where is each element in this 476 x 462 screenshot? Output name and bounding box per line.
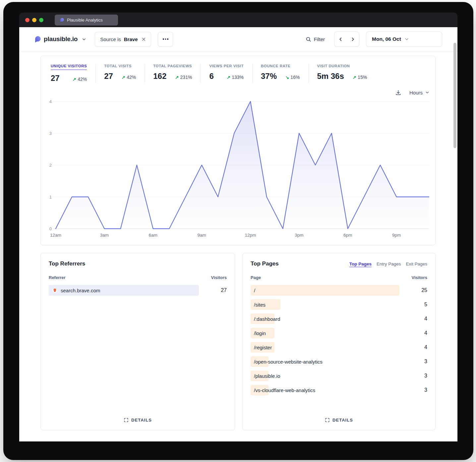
stat-change: ↗15% [353,75,367,80]
stat-label: VISIT DURATION [317,64,367,68]
traffic-lights [25,18,43,22]
pages-column-headers: Page Visitors [251,275,427,280]
plausible-logo-icon [33,35,41,43]
arrow-up-right-icon: ↗ [353,75,356,80]
browser-tab[interactable]: Plausible Analytics [55,15,118,26]
arrow-up-right-icon: ↗ [227,75,230,80]
top-stats-row: UNIQUE VISITORS27↗42%TOTAL VISITS27↗42%T… [41,56,435,87]
next-period-button[interactable] [347,32,359,46]
stat-views-per-visit[interactable]: VIEWS PER VISIT6↗133% [201,64,252,83]
pages-tabs: Top PagesEntry PagesExit Pages [349,261,427,266]
top-referrers-card: Top Referrers Referrer Visitors search.b… [40,253,235,430]
expand-icon [325,418,330,423]
brave-favicon [52,288,58,293]
stat-value: 162 [153,72,166,81]
filter-chip-prefix: Source is [100,36,121,42]
row-label-text: /open-source-website-analytics [254,359,323,365]
row-link[interactable]: /:dashboard [251,314,427,324]
row-label-text: /login [254,330,266,336]
vertical-scrollbar-thumb[interactable] [453,43,456,148]
zoom-window-button[interactable] [39,18,43,22]
referrer-rows: search.brave.com27 [49,285,227,299]
arrow-up-right-icon: ↗ [122,75,125,80]
stat-visit-duration[interactable]: VISIT DURATION5m 36s↗15% [308,64,376,83]
x-axis-tick-label: 12pm [245,233,256,238]
x-axis-tick-label: 6am [149,233,157,238]
stat-change-value: 16% [290,75,300,80]
stat-value: 37% [261,72,277,81]
stat-change-value: 15% [358,75,367,80]
more-filters-button[interactable] [158,32,173,47]
filter-chip-source[interactable]: Source is Brave [95,32,151,47]
minimize-window-button[interactable] [32,18,36,22]
stat-change-value: 42% [78,77,87,82]
breakdown-row: /open-source-website-analytics3 [251,356,427,367]
browser-tab-title: Plausible Analytics [67,18,103,23]
stat-value: 27 [104,72,113,81]
stat-total-visits[interactable]: TOTAL VISITS27↗42% [95,64,145,83]
row-link[interactable]: / [251,285,427,296]
arrow-down-right-icon: ↘ [285,75,289,80]
breakdown-row: search.brave.com27 [49,285,227,296]
y-axis-tick-label: 2 [49,163,52,168]
tab-entry-pages[interactable]: Entry Pages [377,261,401,266]
stat-change: ↗42% [122,75,136,80]
row-link[interactable]: /sites [251,299,427,310]
stat-total-pageviews[interactable]: TOTAL PAGEVIEWS162↗231% [145,64,201,83]
arrow-up-right-icon: ↗ [175,75,179,80]
y-axis-tick-label: 4 [49,99,52,104]
row-label-text: /:dashboard [254,316,280,322]
breakdown-row: /register4 [251,342,427,353]
row-link[interactable]: /open-source-website-analytics [251,356,427,367]
date-picker[interactable]: Mon, 06 Oct [366,31,442,47]
row-link[interactable]: /login [251,328,427,338]
remove-filter-icon[interactable] [142,37,146,41]
details-label: DETAILS [332,418,353,423]
tab-exit-pages[interactable]: Exit Pages [406,261,427,266]
stat-bounce-rate[interactable]: BOUNCE RATE37%↘16% [252,64,308,83]
row-visitors-value: 25 [421,285,427,296]
row-link[interactable]: /plausible.io [251,371,427,381]
filter-chip-value: Brave [124,36,138,42]
filter-button-label: Filter [314,36,325,42]
stat-change-value: 133% [232,75,244,80]
tab-top-pages[interactable]: Top Pages [349,261,372,266]
site-switcher[interactable]: plausible.io [33,35,86,43]
top-referrers-title: Top Referrers [49,260,85,267]
arrow-up-right-icon: ↗ [73,77,76,82]
stat-value: 6 [209,72,213,81]
breakdown-row: /plausible.io3 [251,371,427,381]
x-axis-tick-label: 3am [100,233,109,238]
row-visitors-value: 4 [424,342,427,353]
row-link[interactable]: /vs-cloudflare-web-analytics [251,385,427,395]
pages-details-button[interactable]: DETAILS [325,418,353,423]
row-link[interactable]: search.brave.com [49,285,227,296]
stat-unique-visitors[interactable]: UNIQUE VISITORS27↗42% [51,64,95,83]
row-visitors-value: 3 [424,371,427,381]
row-link[interactable]: /register [251,342,427,353]
app-header: plausible.io Source is Brave Filter [19,27,457,51]
referrers-details-button[interactable]: DETAILS [124,418,152,423]
stat-label: VIEWS PER VISIT [209,64,244,68]
x-axis-tick-label: 6pm [343,233,352,238]
interval-dropdown[interactable]: Hours [409,90,429,95]
stat-change: ↗231% [175,75,192,80]
row-label-text: / [254,288,255,293]
stat-label: TOTAL PAGEVIEWS [153,64,192,68]
referrer-column-header: Referrer [49,275,66,280]
chevron-down-icon [82,37,86,41]
row-visitors-value: 27 [221,285,227,296]
prev-period-button[interactable] [334,32,347,46]
close-window-button[interactable] [25,18,30,22]
stat-change-value: 231% [180,75,192,80]
search-icon [306,36,311,42]
stat-change-value: 42% [127,75,136,80]
y-axis-tick-label: 1 [49,195,52,200]
export-download-icon[interactable] [395,89,401,96]
row-label-text: search.brave.com [61,288,100,293]
breakdown-row: /vs-cloudflare-web-analytics3 [251,385,427,395]
stat-label: TOTAL VISITS [104,64,136,68]
filter-button[interactable]: Filter [306,36,325,42]
x-axis-tick-label: 9am [197,233,206,238]
row-label-text: /register [254,345,272,350]
